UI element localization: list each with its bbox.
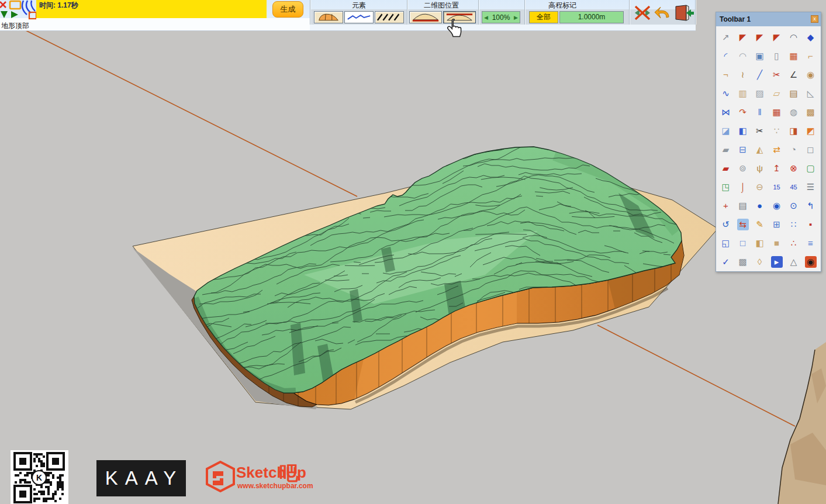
mirror-butterfly-icon[interactable]: ⋈ [717, 103, 734, 122]
notes-stack-icon[interactable]: ☰ [802, 178, 819, 196]
axe-tool-icon-2[interactable]: ◤ [751, 28, 768, 47]
wire-cubes-icon[interactable]: ◳ [717, 178, 734, 196]
cursor-scissors-icon[interactable]: ✂ [751, 122, 768, 140]
door-panel-icon[interactable]: ▯ [768, 47, 785, 65]
arc-handles-icon[interactable]: ◠ [785, 28, 802, 47]
spin-right-icon[interactable]: ▶ [514, 15, 518, 20]
wood-pair-icon[interactable]: ◧ [751, 234, 768, 253]
wood-disc-icon[interactable]: ◉ [802, 65, 819, 84]
water-drop-icon[interactable]: ● [751, 196, 768, 215]
arc-draw-icon[interactable]: ◜ [717, 47, 734, 65]
exit-button[interactable] [672, 4, 694, 22]
drop-box-icon[interactable]: ⊟ [734, 140, 751, 159]
pipe-elbow-icon[interactable]: ⌡ [734, 178, 751, 196]
terrain-mound-button[interactable] [314, 11, 343, 23]
eye-viewer-icon[interactable]: ◉ [802, 253, 819, 271]
target-square-icon[interactable] [29, 12, 36, 19]
spread-arrows-icon[interactable]: + [717, 196, 734, 215]
flip-page-icon[interactable]: ↷ [734, 103, 751, 122]
wood-angle-icon-1[interactable]: ⌐ [802, 47, 819, 65]
undo-button[interactable] [652, 4, 672, 22]
delete-icon[interactable] [0, 2, 6, 8]
fan-surface-icon[interactable]: ◭ [751, 140, 768, 159]
triangle-right-icon[interactable] [11, 11, 18, 18]
plumb-line-icon[interactable]: ≀ [734, 65, 751, 84]
orbit-dot-icon[interactable]: ◔ [785, 140, 802, 159]
plan-below-button[interactable] [409, 11, 442, 23]
stamp-icon[interactable]: ▪ [802, 215, 819, 234]
generate-button[interactable]: 生成 [272, 1, 303, 18]
drop-surface-icon[interactable]: ⊙ [785, 196, 802, 215]
drop-swirl-icon[interactable]: ↺ [717, 215, 734, 234]
pergola-icon[interactable]: ▦ [768, 103, 785, 122]
drop-axis-icon[interactable]: ↰ [802, 196, 819, 215]
koi-swap-icon[interactable]: ⇆ [734, 215, 751, 234]
white-cube-icon[interactable]: ◻ [802, 140, 819, 159]
selection-dashed-icon[interactable]: □ [734, 234, 751, 253]
hand-sticks-icon[interactable]: ψ [751, 159, 768, 178]
contour-lines-button[interactable] [344, 11, 374, 23]
red-machine-icon[interactable]: ▦ [785, 47, 802, 65]
layer-stack-icon[interactable]: ≡ [802, 234, 819, 253]
double-drop-icon[interactable]: ◉ [768, 196, 785, 215]
checkmark-icon[interactable]: ✓ [717, 253, 734, 271]
dome-mesh-icon[interactable]: ◍ [785, 103, 802, 122]
sphere-cluster-icon[interactable]: ∵ [768, 122, 785, 140]
pyramid-sketch-icon[interactable]: △ [785, 253, 802, 271]
scatter-cubes-icon[interactable]: ∷ [785, 215, 802, 234]
box-cutter-icon[interactable]: ◨ [785, 122, 802, 140]
push-pull-arrow-icon[interactable]: ↗ [717, 28, 734, 47]
scissors-icon[interactable]: ✂ [768, 65, 785, 84]
cylinder-section-icon[interactable]: ⊖ [751, 178, 768, 196]
plugin-icon-cluster[interactable] [0, 0, 36, 20]
toolbox-icon[interactable]: ▣ [751, 47, 768, 65]
ramp-icon[interactable]: ▨ [751, 84, 768, 103]
tan-cube-icon[interactable]: ■ [768, 234, 785, 253]
brush-pen-icon[interactable]: ✎ [751, 215, 768, 234]
cube-brackets-icon[interactable]: ▢ [802, 159, 819, 178]
clear-marks-button[interactable] [633, 4, 652, 22]
terrain-arrow-up-icon[interactable]: ↥ [768, 159, 785, 178]
palette-title-bar[interactable]: Toolbar 1 [716, 12, 821, 26]
grid-window-icon[interactable]: ⊞ [768, 215, 785, 234]
roof-slab-icon[interactable]: ▤ [785, 84, 802, 103]
protractor-icon[interactable]: ∠ [785, 65, 802, 84]
paper-fold-icon[interactable]: ◊ [751, 253, 768, 271]
axe-tool-icon-3[interactable]: ◤ [768, 28, 785, 47]
photo-frame-icon[interactable]: ▰ [717, 159, 734, 178]
scale-spinner[interactable]: ◀ 100% ▶ [482, 11, 520, 23]
square-outline-icon[interactable] [10, 1, 20, 9]
stairs-zigzag-icon[interactable]: ∿ [717, 84, 734, 103]
flag-box-icon[interactable]: ▸ [768, 253, 785, 271]
palette-close-button[interactable]: x [811, 15, 818, 23]
swap-faces-icon[interactable]: ◪ [717, 122, 734, 140]
zigzag-arrow-icon[interactable]: ⇄ [768, 140, 785, 159]
stone-cube-icon[interactable]: ▩ [734, 253, 751, 271]
triangle-down-icon[interactable] [1, 11, 8, 18]
crate-icon[interactable]: ▩ [802, 103, 819, 122]
blue-polygon-icon[interactable]: ◆ [802, 28, 819, 47]
blue-box-icon[interactable]: ◧ [734, 122, 751, 140]
component-cluster-icon[interactable]: ∴ [785, 234, 802, 253]
spin-left-icon[interactable]: ◀ [484, 15, 488, 20]
elevation-interval-field[interactable]: 1.0000m [559, 11, 624, 23]
diagonal-line-icon[interactable]: ╱ [751, 65, 768, 84]
hatch-lines-button[interactable] [375, 11, 404, 23]
paint-cans-icon[interactable]: ‖ [751, 103, 768, 122]
tilted-frame-icon[interactable]: ▰ [717, 140, 734, 159]
ladder-triangle-icon[interactable]: ◺ [802, 84, 819, 103]
diamond-ring-icon[interactable]: ⊚ [734, 159, 751, 178]
lined-paper-icon[interactable]: ▤ [734, 196, 751, 215]
timer-octagon-icon[interactable]: ⊗ [785, 159, 802, 178]
paint-flag-icon[interactable]: ◩ [802, 122, 819, 140]
axe-tool-icon-1[interactable]: ◤ [734, 28, 751, 47]
pill-3d-icon[interactable]: ◠ [734, 47, 751, 65]
angle-45-icon[interactable]: 45 [785, 178, 802, 196]
elevation-all-button[interactable]: 全部 [529, 11, 558, 23]
wood-angle-icon-2[interactable]: ¬ [717, 65, 734, 84]
overlap-rects-icon[interactable]: ◱ [717, 234, 734, 253]
angle-15-icon[interactable]: 15 [768, 178, 785, 196]
frame-panel-icon[interactable]: ▱ [768, 84, 785, 103]
columns-icon[interactable]: ▥ [734, 84, 751, 103]
viewport-3d[interactable] [0, 0, 826, 504]
